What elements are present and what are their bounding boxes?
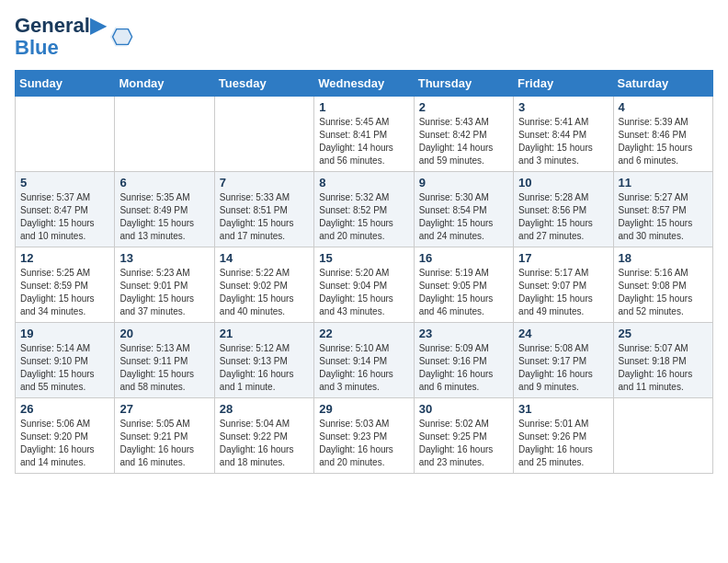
calendar-cell: 28Sunrise: 5:04 AM Sunset: 9:22 PM Dayli… [214, 398, 313, 474]
calendar-cell: 14Sunrise: 5:22 AM Sunset: 9:02 PM Dayli… [214, 247, 313, 323]
calendar-cell: 18Sunrise: 5:16 AM Sunset: 9:08 PM Dayli… [613, 247, 712, 323]
column-header-saturday: Saturday [613, 71, 712, 97]
day-info: Sunrise: 5:33 AM Sunset: 8:51 PM Dayligh… [220, 191, 309, 243]
day-number: 23 [419, 327, 508, 340]
day-info: Sunrise: 5:06 AM Sunset: 9:20 PM Dayligh… [20, 418, 109, 469]
calendar-cell: 2Sunrise: 5:43 AM Sunset: 8:42 PM Daylig… [414, 97, 513, 172]
calendar-cell: 5Sunrise: 5:37 AM Sunset: 8:47 PM Daylig… [16, 172, 115, 247]
day-info: Sunrise: 5:23 AM Sunset: 9:01 PM Dayligh… [119, 267, 209, 318]
logo: General▶ Blue [15, 15, 133, 59]
header-row: SundayMondayTuesdayWednesdayThursdayFrid… [16, 71, 713, 97]
calendar-cell: 22Sunrise: 5:10 AM Sunset: 9:14 PM Dayli… [314, 323, 414, 398]
day-info: Sunrise: 5:39 AM Sunset: 8:46 PM Dayligh… [619, 116, 708, 167]
day-number: 30 [419, 402, 508, 416]
calendar-cell: 23Sunrise: 5:09 AM Sunset: 9:16 PM Dayli… [414, 323, 513, 398]
day-info: Sunrise: 5:35 AM Sunset: 8:49 PM Dayligh… [119, 191, 209, 243]
calendar-cell: 27Sunrise: 5:05 AM Sunset: 9:21 PM Dayli… [115, 398, 214, 474]
day-info: Sunrise: 5:03 AM Sunset: 9:23 PM Dayligh… [319, 418, 408, 469]
calendar-cell: 11Sunrise: 5:27 AM Sunset: 8:57 PM Dayli… [613, 172, 712, 247]
calendar-cell: 6Sunrise: 5:35 AM Sunset: 8:49 PM Daylig… [115, 172, 214, 247]
column-header-wednesday: Wednesday [314, 71, 414, 97]
calendar-cell [214, 97, 313, 172]
day-number: 7 [220, 176, 309, 190]
week-row-4: 19Sunrise: 5:14 AM Sunset: 9:10 PM Dayli… [16, 323, 713, 398]
calendar-cell: 8Sunrise: 5:32 AM Sunset: 8:52 PM Daylig… [314, 172, 414, 247]
day-info: Sunrise: 5:25 AM Sunset: 8:59 PM Dayligh… [20, 267, 109, 318]
calendar-cell: 10Sunrise: 5:28 AM Sunset: 8:56 PM Dayli… [514, 172, 613, 247]
calendar-cell: 9Sunrise: 5:30 AM Sunset: 8:54 PM Daylig… [414, 172, 513, 247]
day-number: 17 [518, 251, 608, 265]
calendar-cell [115, 97, 214, 172]
day-number: 3 [518, 100, 608, 114]
day-number: 28 [220, 402, 309, 416]
calendar-cell: 19Sunrise: 5:14 AM Sunset: 9:10 PM Dayli… [16, 323, 115, 398]
day-number: 13 [119, 251, 209, 265]
calendar-cell: 20Sunrise: 5:13 AM Sunset: 9:11 PM Dayli… [115, 323, 214, 398]
day-number: 20 [119, 327, 209, 340]
day-number: 19 [20, 327, 109, 340]
day-number: 9 [419, 176, 508, 190]
day-info: Sunrise: 5:13 AM Sunset: 9:11 PM Dayligh… [119, 342, 209, 394]
calendar-cell: 24Sunrise: 5:08 AM Sunset: 9:17 PM Dayli… [514, 323, 613, 398]
logo-icon [108, 24, 133, 50]
day-info: Sunrise: 5:45 AM Sunset: 8:41 PM Dayligh… [319, 116, 408, 167]
day-number: 8 [319, 176, 408, 190]
calendar-cell: 17Sunrise: 5:17 AM Sunset: 9:07 PM Dayli… [514, 247, 613, 323]
day-number: 22 [319, 327, 408, 340]
day-number: 25 [619, 327, 708, 340]
day-info: Sunrise: 5:27 AM Sunset: 8:57 PM Dayligh… [619, 191, 708, 243]
calendar-cell: 7Sunrise: 5:33 AM Sunset: 8:51 PM Daylig… [214, 172, 313, 247]
day-info: Sunrise: 5:04 AM Sunset: 9:22 PM Dayligh… [220, 418, 309, 469]
day-info: Sunrise: 5:02 AM Sunset: 9:25 PM Dayligh… [419, 418, 508, 469]
calendar-cell: 1Sunrise: 5:45 AM Sunset: 8:41 PM Daylig… [314, 97, 414, 172]
calendar-cell: 30Sunrise: 5:02 AM Sunset: 9:25 PM Dayli… [414, 398, 513, 474]
calendar-cell: 3Sunrise: 5:41 AM Sunset: 8:44 PM Daylig… [514, 97, 613, 172]
calendar-cell: 12Sunrise: 5:25 AM Sunset: 8:59 PM Dayli… [16, 247, 115, 323]
calendar-cell: 26Sunrise: 5:06 AM Sunset: 9:20 PM Dayli… [16, 398, 115, 474]
day-info: Sunrise: 5:12 AM Sunset: 9:13 PM Dayligh… [220, 342, 309, 394]
day-number: 10 [518, 176, 608, 190]
day-number: 21 [220, 327, 309, 340]
calendar-cell: 4Sunrise: 5:39 AM Sunset: 8:46 PM Daylig… [613, 97, 712, 172]
week-row-3: 12Sunrise: 5:25 AM Sunset: 8:59 PM Dayli… [16, 247, 713, 323]
calendar-cell: 16Sunrise: 5:19 AM Sunset: 9:05 PM Dayli… [414, 247, 513, 323]
day-number: 2 [419, 100, 508, 114]
day-info: Sunrise: 5:20 AM Sunset: 9:04 PM Dayligh… [319, 267, 408, 318]
calendar-cell [16, 97, 115, 172]
column-header-tuesday: Tuesday [214, 71, 313, 97]
week-row-5: 26Sunrise: 5:06 AM Sunset: 9:20 PM Dayli… [16, 398, 713, 474]
day-number: 5 [20, 176, 109, 190]
logo-text: General▶ Blue [15, 15, 106, 59]
day-number: 12 [20, 251, 109, 265]
day-number: 29 [319, 402, 408, 416]
day-info: Sunrise: 5:16 AM Sunset: 9:08 PM Dayligh… [619, 267, 708, 318]
column-header-thursday: Thursday [414, 71, 513, 97]
calendar-cell: 29Sunrise: 5:03 AM Sunset: 9:23 PM Dayli… [314, 398, 414, 474]
day-info: Sunrise: 5:09 AM Sunset: 9:16 PM Dayligh… [419, 342, 508, 394]
column-header-sunday: Sunday [16, 71, 115, 97]
day-info: Sunrise: 5:37 AM Sunset: 8:47 PM Dayligh… [20, 191, 109, 243]
day-number: 1 [319, 100, 408, 114]
day-number: 11 [619, 176, 708, 190]
week-row-2: 5Sunrise: 5:37 AM Sunset: 8:47 PM Daylig… [16, 172, 713, 247]
calendar-cell: 25Sunrise: 5:07 AM Sunset: 9:18 PM Dayli… [613, 323, 712, 398]
day-info: Sunrise: 5:28 AM Sunset: 8:56 PM Dayligh… [518, 191, 608, 243]
day-number: 4 [619, 100, 708, 114]
page-header: General▶ Blue [15, 15, 713, 59]
calendar-cell: 15Sunrise: 5:20 AM Sunset: 9:04 PM Dayli… [314, 247, 414, 323]
day-info: Sunrise: 5:07 AM Sunset: 9:18 PM Dayligh… [619, 342, 708, 394]
day-info: Sunrise: 5:19 AM Sunset: 9:05 PM Dayligh… [419, 267, 508, 318]
day-number: 15 [319, 251, 408, 265]
day-info: Sunrise: 5:14 AM Sunset: 9:10 PM Dayligh… [20, 342, 109, 394]
day-number: 18 [619, 251, 708, 265]
day-number: 26 [20, 402, 109, 416]
day-info: Sunrise: 5:10 AM Sunset: 9:14 PM Dayligh… [319, 342, 408, 394]
day-info: Sunrise: 5:05 AM Sunset: 9:21 PM Dayligh… [119, 418, 209, 469]
week-row-1: 1Sunrise: 5:45 AM Sunset: 8:41 PM Daylig… [16, 97, 713, 172]
day-info: Sunrise: 5:22 AM Sunset: 9:02 PM Dayligh… [220, 267, 309, 318]
day-number: 16 [419, 251, 508, 265]
day-number: 27 [119, 402, 209, 416]
day-info: Sunrise: 5:32 AM Sunset: 8:52 PM Dayligh… [319, 191, 408, 243]
calendar-cell: 31Sunrise: 5:01 AM Sunset: 9:26 PM Dayli… [514, 398, 613, 474]
day-number: 14 [220, 251, 309, 265]
